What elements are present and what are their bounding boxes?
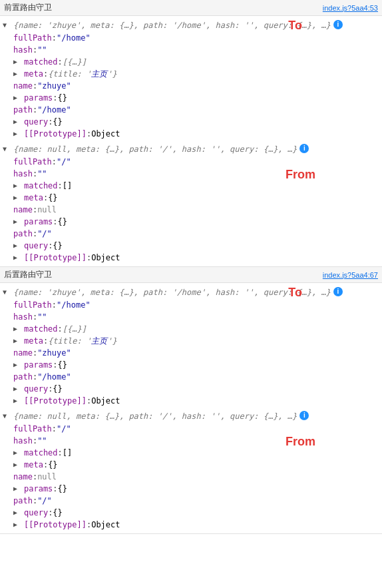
to-meta-2: meta: {title: '主页'}: [0, 335, 382, 347]
from-expand-icon-1[interactable]: [3, 144, 12, 153]
to-hash-1: hash: "": [0, 44, 382, 56]
from-meta-expand-2[interactable]: [13, 459, 23, 469]
from-path-2: path: "/": [0, 495, 382, 507]
from-params-expand-2[interactable]: [13, 483, 23, 493]
to-fullpath-2: fullPath: "/home": [0, 299, 382, 311]
from-params-2: params: {}: [0, 483, 382, 495]
to-info-icon-1[interactable]: i: [333, 20, 343, 29]
matched-expand-2[interactable]: [13, 324, 23, 333]
from-meta-1: meta: {}: [0, 192, 382, 204]
to-matched-2: matched: [{…}]: [0, 323, 382, 335]
from-expand-icon-2[interactable]: [3, 411, 12, 420]
from-meta-2: meta: {}: [0, 459, 382, 471]
prototype-expand-to-1[interactable]: [13, 129, 23, 138]
from-query-1: query: {}: [0, 240, 382, 252]
from-prototype-2: [[Prototype]]: Object: [0, 519, 382, 531]
from-params-1: params: {}: [0, 216, 382, 228]
label-from-1: From: [286, 168, 315, 182]
to-meta-1: meta: {title: '主页'}: [0, 68, 382, 80]
from-query-2: query: {}: [0, 507, 382, 519]
to-expand-icon-2[interactable]: [3, 287, 12, 296]
section-2-title: 后置路由守卫: [4, 269, 52, 280]
to-root-preview-1: {name: 'zhuye', meta: {…}, path: '/home'…: [13, 20, 331, 31]
from-info-icon-2[interactable]: i: [299, 411, 309, 420]
from-name-2: name: null: [0, 471, 382, 483]
from-hash-1: hash: "": [0, 168, 382, 180]
from-prototype-1: [[Prototype]]: Object: [0, 252, 382, 264]
matched-expand-1[interactable]: [13, 57, 23, 66]
from-params-expand-1[interactable]: [13, 216, 23, 226]
to-prototype-2: [[Prototype]]: Object: [0, 395, 382, 407]
from-name-1: name: null: [0, 204, 382, 216]
label-to-2: To: [288, 286, 302, 300]
from-matched-expand-1[interactable]: [13, 180, 23, 190]
to-params-1: params: {}: [0, 92, 382, 104]
to-params-2: params: {}: [0, 359, 382, 371]
from-fullpath-1: fullPath: "/": [0, 156, 382, 168]
section-1: 前置路由守卫 index.js?5aa4:53 To {name: 'zhuye…: [0, 0, 382, 267]
section-1-header: 前置路由守卫 index.js?5aa4:53: [0, 0, 382, 16]
to-fullpath-1: fullPath: "/home": [0, 32, 382, 44]
to-hash-2: hash: "": [0, 311, 382, 323]
from-info-icon-1[interactable]: i: [299, 144, 309, 153]
from-prototype-expand-1[interactable]: [13, 252, 23, 262]
from-matched-1: matched: []: [0, 180, 382, 192]
from-root-preview-2: {name: null, meta: {…}, path: '/', hash:…: [13, 411, 297, 422]
section-1-code: To {name: 'zhuye', meta: {…}, path: '/ho…: [0, 16, 382, 266]
meta-expand-1[interactable]: [13, 69, 23, 78]
meta-expand-2[interactable]: [13, 336, 23, 345]
from-meta-expand-1[interactable]: [13, 192, 23, 202]
to-path-2: path: "/home": [0, 371, 382, 383]
label-to-1: To: [288, 19, 302, 33]
from-fullpath-2: fullPath: "/": [0, 423, 382, 435]
section-2-header: 后置路由守卫 index.js?5aa4:67: [0, 267, 382, 283]
to-query-2: query: {}: [0, 383, 382, 395]
from-root-preview-1: {name: null, meta: {…}, path: '/', hash:…: [13, 144, 297, 154]
to-root-line-2: {name: 'zhuye', meta: {…}, path: '/home'…: [0, 286, 382, 299]
section-2-code: To {name: 'zhuye', meta: {…}, path: '/ho…: [0, 283, 382, 533]
from-root-line-2: {name: null, meta: {…}, path: '/', hash:…: [0, 410, 382, 423]
from-prototype-expand-2[interactable]: [13, 519, 23, 529]
from-path-1: path: "/": [0, 228, 382, 240]
from-hash-2: hash: "": [0, 435, 382, 447]
query-expand-1[interactable]: [13, 117, 23, 126]
from-query-expand-1[interactable]: [13, 240, 23, 250]
query-expand-2[interactable]: [13, 384, 23, 393]
to-matched-1: matched: [{…}]: [0, 56, 382, 68]
from-matched-2: matched: []: [0, 447, 382, 459]
params-expand-2[interactable]: [13, 360, 23, 369]
to-info-icon-2[interactable]: i: [333, 287, 343, 296]
from-matched-expand-2[interactable]: [13, 447, 23, 457]
label-from-2: From: [286, 435, 315, 449]
to-prototype-1: [[Prototype]]: Object: [0, 128, 382, 140]
to-name-1: name: "zhuye": [0, 80, 382, 92]
section-2: 后置路由守卫 index.js?5aa4:67 To {name: 'zhuye…: [0, 267, 382, 534]
to-path-1: path: "/home": [0, 104, 382, 116]
from-query-expand-2[interactable]: [13, 507, 23, 517]
to-query-1: query: {}: [0, 116, 382, 128]
to-expand-icon-1[interactable]: [3, 20, 12, 29]
to-root-line-1: {name: 'zhuye', meta: {…}, path: '/home'…: [0, 19, 382, 32]
section-1-link[interactable]: index.js?5aa4:53: [323, 4, 378, 12]
section-1-title: 前置路由守卫: [4, 2, 52, 13]
from-root-line-1: {name: null, meta: {…}, path: '/', hash:…: [0, 143, 382, 156]
to-name-2: name: "zhuye": [0, 347, 382, 359]
section-2-link[interactable]: index.js?5aa4:67: [323, 271, 378, 279]
to-root-preview-2: {name: 'zhuye', meta: {…}, path: '/home'…: [13, 287, 331, 298]
params-expand-1[interactable]: [13, 93, 23, 102]
prototype-expand-to-2[interactable]: [13, 396, 23, 405]
